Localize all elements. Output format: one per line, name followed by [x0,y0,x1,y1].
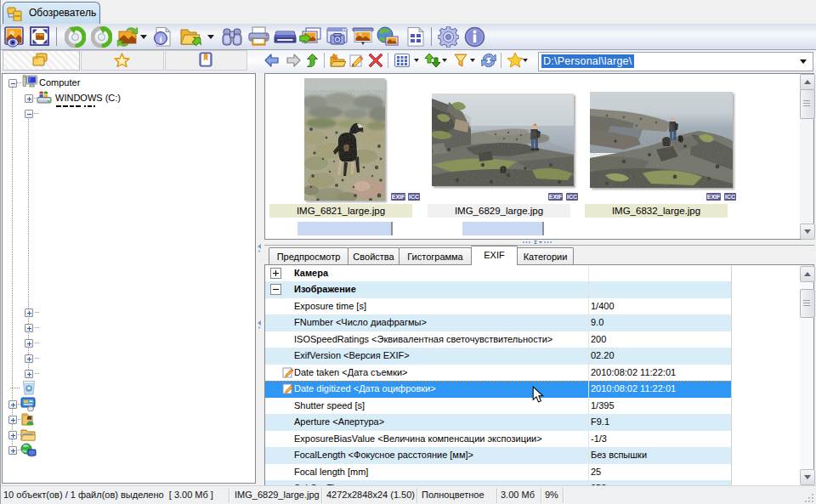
svg-text:i: i [159,34,162,44]
